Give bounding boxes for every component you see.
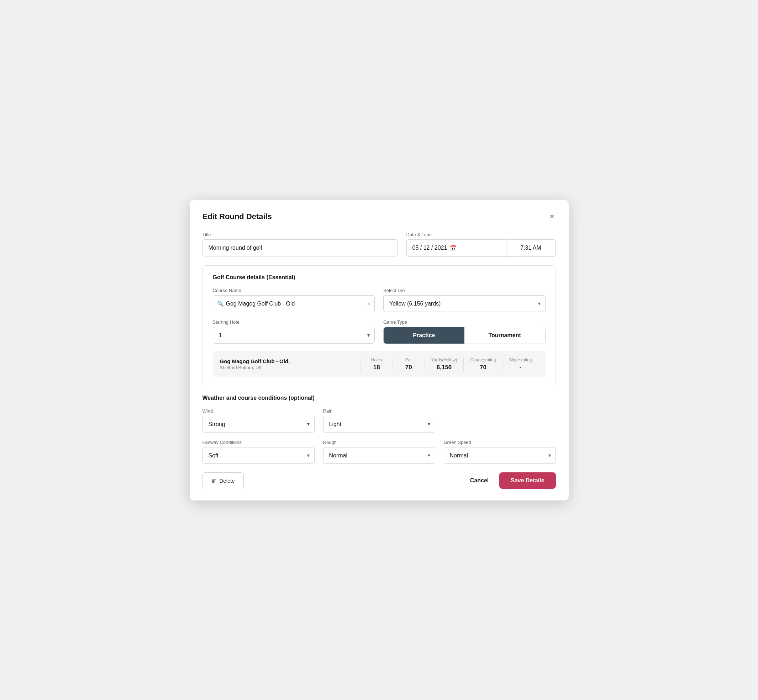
course-name-search-wrapper: 🔍 × <box>213 295 375 312</box>
date-value: 05 / 12 / 2021 <box>412 245 447 251</box>
weather-title: Weather and course conditions (optional) <box>202 395 556 401</box>
green-speed-wrapper: NormalSlowFast ▾ <box>444 447 556 464</box>
starting-hole-wrapper: 12345 ▾ <box>213 327 375 344</box>
select-tee-label: Select Tee <box>383 288 545 293</box>
fairway-label: Fairway Conditions <box>202 440 315 445</box>
rain-group: Rain LightNoneModerateHeavy ▾ <box>323 408 435 433</box>
fairway-wrapper: SoftNormalHard ▾ <box>202 447 315 464</box>
close-button[interactable]: × <box>548 211 556 222</box>
yards-label: Yards(Yellow) <box>431 358 457 362</box>
rain-wrapper: LightNoneModerateHeavy ▾ <box>323 416 435 433</box>
slope-rating-stat: Slope rating - <box>502 358 538 371</box>
clear-icon[interactable]: × <box>367 300 370 306</box>
slope-rating-label: Slope rating <box>509 358 532 362</box>
modal-title: Edit Round Details <box>202 212 272 221</box>
hole-gametype-row: Starting Hole 12345 ▾ Game Type Practice… <box>213 319 545 344</box>
search-icon: 🔍 <box>217 300 224 307</box>
golf-course-title: Golf Course details (Essential) <box>213 274 545 281</box>
footer-row: 🗑 Delete Cancel Save Details <box>202 472 556 489</box>
top-fields: Title Date & Time 05 / 12 / 2021 📅 7:31 … <box>202 232 556 257</box>
yards-value: 6,156 <box>437 364 452 371</box>
starting-hole-group: Starting Hole 12345 ▾ <box>213 319 375 344</box>
course-tee-row: Course Name 🔍 × Select Tee Yellow (6,156… <box>213 288 545 312</box>
game-type-toggle: Practice Tournament <box>383 327 545 344</box>
modal-header: Edit Round Details × <box>202 211 556 222</box>
green-speed-label: Green Speed <box>444 440 556 445</box>
par-stat: Par 70 <box>393 358 424 371</box>
holes-label: Holes <box>371 358 382 362</box>
select-tee-group: Select Tee Yellow (6,156 yards) ▾ <box>383 288 545 312</box>
rough-group: Rough NormalSoftHard ▾ <box>323 440 435 464</box>
title-label: Title <box>202 232 398 237</box>
calendar-icon: 📅 <box>450 245 457 252</box>
wind-label: Wind <box>202 408 315 414</box>
game-type-group: Game Type Practice Tournament <box>383 319 545 344</box>
course-rating-value: 70 <box>480 364 487 371</box>
holes-stat: Holes 18 <box>360 358 393 371</box>
delete-label: Delete <box>219 478 235 484</box>
edit-round-modal: Edit Round Details × Title Date & Time 0… <box>190 200 568 500</box>
rough-wrapper: NormalSoftHard ▾ <box>323 447 435 464</box>
course-rating-label: Course rating <box>470 358 496 362</box>
wind-rain-row: Wind StrongNoneLightModerate ▾ Rain Ligh… <box>202 408 556 433</box>
rough-select[interactable]: NormalSoftHard <box>323 447 435 464</box>
course-name-label: Course Name <box>213 288 375 293</box>
course-location: Shelford Bottom, UK <box>220 365 360 370</box>
wind-wrapper: StrongNoneLightModerate ▾ <box>202 416 315 433</box>
starting-hole-input[interactable]: 12345 <box>213 327 375 344</box>
rain-label: Rain <box>323 408 435 414</box>
trash-icon: 🗑 <box>211 478 217 484</box>
cancel-button[interactable]: Cancel <box>467 472 492 489</box>
time-value: 7:31 AM <box>520 245 541 251</box>
par-label: Par <box>405 358 412 362</box>
time-input[interactable]: 7:31 AM <box>506 239 556 257</box>
slope-rating-value: - <box>520 364 522 371</box>
delete-button[interactable]: 🗑 Delete <box>202 472 244 489</box>
wind-group: Wind StrongNoneLightModerate ▾ <box>202 408 315 433</box>
course-name-input[interactable] <box>213 295 375 312</box>
tournament-button[interactable]: Tournament <box>464 327 545 344</box>
course-rating-stat: Course rating 70 <box>464 358 502 371</box>
course-name-display: Gog Magog Golf Club - Old, <box>220 358 360 364</box>
select-tee-input[interactable]: Yellow (6,156 yards) <box>383 295 545 312</box>
practice-button[interactable]: Practice <box>384 327 464 344</box>
par-value: 70 <box>405 364 412 371</box>
title-field-group: Title <box>202 232 398 257</box>
datetime-inner: 05 / 12 / 2021 📅 7:31 AM <box>406 239 556 257</box>
green-speed-select[interactable]: NormalSlowFast <box>444 447 556 464</box>
datetime-label: Date & Time <box>406 232 556 237</box>
conditions-row: Fairway Conditions SoftNormalHard ▾ Roug… <box>202 440 556 464</box>
course-info-name: Gog Magog Golf Club - Old, Shelford Bott… <box>220 358 360 370</box>
rough-label: Rough <box>323 440 435 445</box>
course-name-group: Course Name 🔍 × <box>213 288 375 312</box>
title-input[interactable] <box>202 239 398 256</box>
select-tee-wrapper: Yellow (6,156 yards) ▾ <box>383 295 545 312</box>
footer-right: Cancel Save Details <box>467 472 556 489</box>
weather-section: Weather and course conditions (optional)… <box>202 395 556 464</box>
game-type-label: Game Type <box>383 319 545 325</box>
holes-value: 18 <box>373 364 380 371</box>
golf-course-section: Golf Course details (Essential) Course N… <box>202 266 556 386</box>
starting-hole-label: Starting Hole <box>213 319 375 325</box>
rain-select[interactable]: LightNoneModerateHeavy <box>323 416 435 433</box>
fairway-group: Fairway Conditions SoftNormalHard ▾ <box>202 440 315 464</box>
wind-select[interactable]: StrongNoneLightModerate <box>202 416 315 433</box>
fairway-select[interactable]: SoftNormalHard <box>202 447 315 464</box>
yards-stat: Yards(Yellow) 6,156 <box>424 358 464 371</box>
date-input[interactable]: 05 / 12 / 2021 📅 <box>406 239 506 257</box>
course-info-bar: Gog Magog Golf Club - Old, Shelford Bott… <box>213 351 545 377</box>
green-speed-group: Green Speed NormalSlowFast ▾ <box>444 440 556 464</box>
datetime-field-group: Date & Time 05 / 12 / 2021 📅 7:31 AM <box>406 232 556 257</box>
save-button[interactable]: Save Details <box>499 472 556 489</box>
